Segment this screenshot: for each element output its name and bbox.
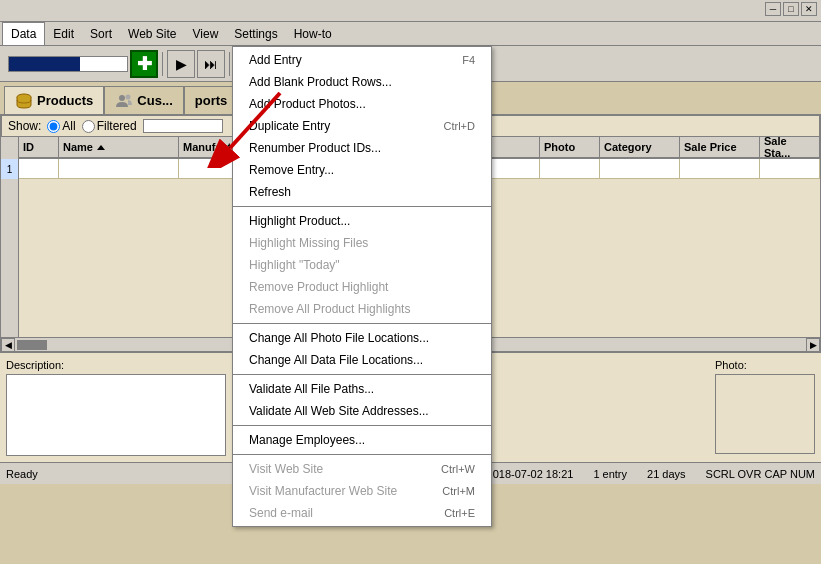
toolbar-progress-bar: [9, 57, 80, 71]
add-entry-button[interactable]: ✚: [130, 50, 158, 78]
menu-refresh[interactable]: Refresh: [233, 181, 491, 203]
toolbar-btn-1[interactable]: ▶: [167, 50, 195, 78]
menu-bar: Data Edit Sort Web Site View Settings Ho…: [0, 22, 821, 46]
cell-photo-1: [540, 159, 600, 178]
menu-highlight-today: Highlight "Today": [233, 254, 491, 276]
menu-remove-all-highlights: Remove All Product Highlights: [233, 298, 491, 320]
status-datetime: 2018-07-02 18:21: [487, 468, 574, 480]
row-number-1: 1: [1, 159, 18, 179]
menu-add-blank-label: Add Blank Product Rows...: [249, 75, 392, 89]
dropdown-menu: Add Entry F4 Add Blank Product Rows... A…: [232, 46, 492, 527]
menu-add-entry[interactable]: Add Entry F4: [233, 49, 491, 71]
svg-point-7: [119, 95, 125, 101]
menu-sep-2: [233, 323, 491, 324]
filter-all-radio[interactable]: [47, 120, 60, 133]
tab-reports-label: ports: [195, 93, 228, 108]
col-header-name[interactable]: Name: [59, 137, 179, 157]
menu-change-photo-locations[interactable]: Change All Photo File Locations...: [233, 327, 491, 349]
filter-filtered-label[interactable]: Filtered: [82, 119, 137, 133]
menu-remove-entry[interactable]: Remove Entry...: [233, 159, 491, 181]
menu-sep-5: [233, 454, 491, 455]
menu-duplicate-entry[interactable]: Duplicate Entry Ctrl+D: [233, 115, 491, 137]
description-textarea[interactable]: [6, 374, 226, 456]
menu-sort[interactable]: Sort: [82, 22, 120, 45]
menu-manage-employees-label: Manage Employees...: [249, 433, 365, 447]
menu-highlight-product[interactable]: Highlight Product...: [233, 210, 491, 232]
menu-manage-employees[interactable]: Manage Employees...: [233, 429, 491, 451]
col-header-photo[interactable]: Photo: [540, 137, 600, 157]
filter-all-label[interactable]: All: [47, 119, 75, 133]
menu-howto[interactable]: How-to: [286, 22, 340, 45]
menu-validate-paths-label: Validate All File Paths...: [249, 382, 374, 396]
menu-settings[interactable]: Settings: [226, 22, 285, 45]
menu-change-data-locations[interactable]: Change All Data File Locations...: [233, 349, 491, 371]
menu-renumber[interactable]: Renumber Product IDs...: [233, 137, 491, 159]
title-bar-buttons: ─ □ ✕: [765, 2, 817, 16]
toolbar-btn-2[interactable]: ⏭: [197, 50, 225, 78]
toolbar-sep-1: [162, 52, 163, 76]
status-ready: Ready: [6, 468, 38, 480]
menu-sep-3: [233, 374, 491, 375]
scroll-right-btn[interactable]: ▶: [806, 338, 820, 352]
scroll-left-btn[interactable]: ◀: [1, 338, 15, 352]
menu-remove-entry-label: Remove Entry...: [249, 163, 334, 177]
menu-add-entry-label: Add Entry: [249, 53, 302, 67]
tab-products[interactable]: Products: [4, 86, 104, 114]
menu-renumber-label: Renumber Product IDs...: [249, 141, 381, 155]
menu-change-data-locations-label: Change All Data File Locations...: [249, 353, 423, 367]
tab-reports[interactable]: ports: [184, 86, 239, 114]
col-header-id[interactable]: ID: [19, 137, 59, 157]
menu-view[interactable]: View: [185, 22, 227, 45]
tab-customers[interactable]: Cus...: [104, 86, 183, 114]
photo-display: [715, 374, 815, 454]
menu-edit[interactable]: Edit: [45, 22, 82, 45]
menu-send-email: Send e-mail Ctrl+E: [233, 502, 491, 524]
menu-validate-paths[interactable]: Validate All File Paths...: [233, 378, 491, 400]
col-header-sale-status[interactable]: Sale Sta...: [760, 137, 820, 157]
menu-visit-website-label: Visit Web Site: [249, 462, 323, 476]
filter-filtered-radio[interactable]: [82, 120, 95, 133]
cell-category-1: [600, 159, 680, 178]
col-header-sale-price[interactable]: Sale Price: [680, 137, 760, 157]
filter-input[interactable]: [143, 119, 223, 133]
menu-highlight-product-label: Highlight Product...: [249, 214, 350, 228]
tab-products-label: Products: [37, 93, 93, 108]
status-entry-count: 1 entry: [593, 468, 627, 480]
toolbar-sep-2: [229, 52, 230, 76]
menu-visit-mfr-web-label: Visit Manufacturer Web Site: [249, 484, 397, 498]
customers-icon: [115, 92, 133, 110]
menu-remove-highlight: Remove Product Highlight: [233, 276, 491, 298]
cell-name-1: [59, 159, 179, 178]
menu-visit-mfr-web: Visit Manufacturer Web Site Ctrl+M: [233, 480, 491, 502]
cell-sale-price-1: [680, 159, 760, 178]
menu-add-photos[interactable]: Add Product Photos...: [233, 93, 491, 115]
menu-sep-4: [233, 425, 491, 426]
maximize-button[interactable]: □: [783, 2, 799, 16]
menu-sep-1: [233, 206, 491, 207]
description-label: Description:: [6, 359, 226, 371]
menu-visit-mfr-web-shortcut: Ctrl+M: [442, 485, 475, 497]
minimize-button[interactable]: ─: [765, 2, 781, 16]
close-button[interactable]: ✕: [801, 2, 817, 16]
tab-customers-label: Cus...: [137, 93, 172, 108]
menu-data[interactable]: Data: [2, 22, 45, 45]
menu-send-email-shortcut: Ctrl+E: [444, 507, 475, 519]
menu-duplicate-entry-label: Duplicate Entry: [249, 119, 330, 133]
menu-visit-website-shortcut: Ctrl+W: [441, 463, 475, 475]
menu-validate-web[interactable]: Validate All Web Site Addresses...: [233, 400, 491, 422]
menu-highlight-today-label: Highlight "Today": [249, 258, 340, 272]
scroll-thumb[interactable]: [17, 340, 47, 350]
photo-panel: Photo:: [715, 359, 815, 456]
col-header-category[interactable]: Category: [600, 137, 680, 157]
status-modes: SCRL OVR CAP NUM: [706, 468, 815, 480]
menu-highlight-missing: Highlight Missing Files: [233, 232, 491, 254]
cell-id-1: [19, 159, 59, 178]
menu-remove-all-highlights-label: Remove All Product Highlights: [249, 302, 410, 316]
menu-remove-highlight-label: Remove Product Highlight: [249, 280, 388, 294]
sort-arrow-name: [97, 145, 105, 150]
description-panel: Description:: [6, 359, 226, 456]
menu-highlight-missing-label: Highlight Missing Files: [249, 236, 368, 250]
menu-website[interactable]: Web Site: [120, 22, 184, 45]
menu-add-blank[interactable]: Add Blank Product Rows...: [233, 71, 491, 93]
products-db-icon: [15, 92, 33, 110]
